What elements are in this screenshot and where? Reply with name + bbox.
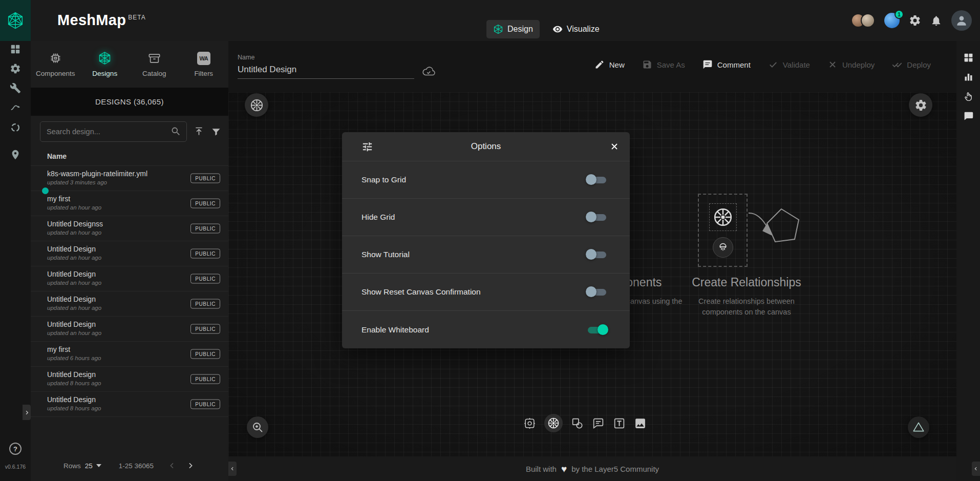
hint-caption: Create relationships between components … — [636, 296, 857, 318]
snap-to-grid-toggle[interactable] — [586, 173, 608, 186]
chevron-left-icon — [230, 466, 235, 471]
upload-design-button[interactable] — [194, 126, 204, 137]
save-as-button[interactable]: Save As — [642, 59, 685, 70]
prev-page-button[interactable] — [165, 458, 179, 473]
meshery-session-avatar[interactable]: 1 — [884, 13, 900, 28]
pencil-icon — [594, 59, 605, 70]
user-avatar-button[interactable] — [951, 10, 972, 31]
components-drawer-button[interactable] — [963, 52, 974, 63]
design-row[interactable]: k8s-wasm-plugin-ratelimiter.yml updated … — [31, 166, 228, 191]
canvas-kubernetes-button[interactable] — [245, 93, 268, 117]
filter-designs-button[interactable] — [211, 127, 221, 137]
rows-per-page-label: Rows — [63, 462, 81, 470]
application-icon — [523, 417, 536, 430]
new-design-button[interactable]: New — [594, 59, 625, 70]
gear-icon — [909, 14, 921, 27]
design-row[interactable]: Untitled Design updated an hour ago PUBL… — [31, 291, 228, 317]
tab-components[interactable]: Components — [31, 41, 80, 88]
metrics-drawer-button[interactable] — [963, 72, 974, 82]
chevron-right-icon — [186, 462, 195, 470]
wasm-icon: WA — [197, 52, 210, 65]
design-name-label: Name — [238, 54, 254, 61]
hide-grid-toggle[interactable] — [586, 211, 608, 224]
rail-dashboard-button[interactable] — [10, 44, 21, 55]
tab-designs[interactable]: Designs — [80, 41, 130, 88]
design-row[interactable]: Untitled Design updated 8 hours ago PUBL… — [31, 392, 228, 417]
design-name: Untitled Designss — [47, 220, 178, 228]
text-tool-icon — [613, 417, 626, 430]
expand-nav-handle[interactable] — [23, 405, 31, 420]
visibility-badge: PUBLIC — [190, 374, 220, 384]
layer5-logo[interactable] — [0, 0, 31, 41]
kubernetes-node-icon — [709, 203, 737, 231]
option-label: Hide Grid — [361, 213, 395, 222]
help-button[interactable]: ? — [9, 443, 22, 455]
dock-media-button[interactable] — [634, 417, 647, 430]
comment-button[interactable]: Comment — [702, 59, 751, 70]
design-row[interactable]: Untitled Designss updated an hour ago PU… — [31, 216, 228, 241]
action-label: Save As — [657, 60, 685, 69]
option-row: Enable Whiteboard — [342, 311, 630, 348]
undeploy-button[interactable]: Undeploy — [827, 59, 875, 70]
notifications-bell-button[interactable] — [930, 15, 942, 27]
canvas-options-button[interactable] — [909, 93, 932, 117]
dock-kubernetes-button[interactable] — [544, 414, 563, 432]
rows-per-page-select[interactable]: 25 — [85, 462, 101, 470]
visualize-mode-button[interactable]: Visualize — [546, 20, 606, 38]
dock-application-button[interactable] — [523, 417, 536, 430]
rail-extensions-button[interactable] — [10, 122, 21, 133]
segmented-ring-icon — [10, 122, 21, 133]
validate-button[interactable]: Validate — [768, 59, 810, 70]
search-input[interactable] — [47, 128, 171, 136]
enable-whiteboard-toggle[interactable] — [586, 323, 608, 337]
shapes-icon — [571, 417, 584, 430]
design-name: Untitled Design — [47, 370, 178, 379]
chat-drawer-button[interactable] — [963, 111, 974, 121]
header-actions: 1 — [851, 0, 972, 41]
design-row[interactable]: my first updated 6 hours ago PUBLIC — [31, 342, 228, 367]
show-tutorial-toggle[interactable] — [586, 248, 608, 261]
rail-performance-button[interactable] — [10, 102, 21, 113]
design-mode-button[interactable]: Design — [486, 20, 540, 38]
design-mode-label: Design — [507, 25, 533, 34]
collapse-right-rail-handle[interactable] — [972, 462, 980, 476]
design-row[interactable]: my first updated an hour ago PUBLIC — [31, 191, 228, 216]
dock-comment-button[interactable] — [592, 417, 605, 430]
collapse-panel-handle[interactable] — [228, 462, 237, 476]
search-box — [40, 121, 187, 142]
next-page-button[interactable] — [183, 458, 198, 473]
settings-gear-button[interactable] — [909, 14, 921, 27]
dock-text-button[interactable] — [613, 417, 626, 430]
chat-bubble-icon — [963, 111, 974, 121]
cone-shape-button[interactable] — [908, 416, 929, 438]
page-range-label: 1-25 36065 — [119, 462, 154, 470]
design-name: Untitled Design — [47, 320, 178, 328]
deploy-button[interactable]: Deploy — [892, 59, 931, 70]
search-icon — [171, 126, 181, 137]
tab-filters[interactable]: WA Filters — [179, 41, 229, 88]
rail-configuration-button[interactable] — [10, 82, 21, 94]
tab-catalog[interactable]: Catalog — [130, 41, 179, 88]
collaborator-avatar[interactable] — [861, 13, 875, 28]
zoom-in-icon — [251, 421, 264, 433]
interaction-drawer-button[interactable] — [963, 91, 974, 102]
meshmap-designs-icon — [98, 51, 112, 65]
chevron-right-icon — [24, 410, 30, 415]
close-dialog-button[interactable] — [605, 137, 624, 156]
reset-canvas-confirmation-toggle[interactable] — [586, 285, 608, 299]
design-row[interactable]: Untitled Design updated an hour ago PUBL… — [31, 241, 228, 266]
rail-location-button[interactable] — [10, 149, 21, 160]
tab-label: Designs — [92, 70, 117, 77]
design-row[interactable]: Untitled Design updated an hour ago PUBL… — [31, 317, 228, 342]
dock-shapes-button[interactable] — [571, 417, 584, 430]
zoom-in-button[interactable] — [247, 416, 268, 438]
comment-icon — [702, 59, 713, 70]
design-row[interactable]: Untitled Design updated 8 hours ago PUBL… — [31, 367, 228, 392]
rail-lifecycle-button[interactable] — [10, 63, 21, 74]
meshery-node-icon — [713, 237, 733, 258]
design-row[interactable]: Untitled Design updated an hour ago PUBL… — [31, 266, 228, 291]
check-icon — [768, 59, 778, 70]
visibility-badge: PUBLIC — [190, 224, 220, 234]
visibility-badge: PUBLIC — [190, 324, 220, 334]
design-name-input[interactable] — [238, 62, 414, 79]
